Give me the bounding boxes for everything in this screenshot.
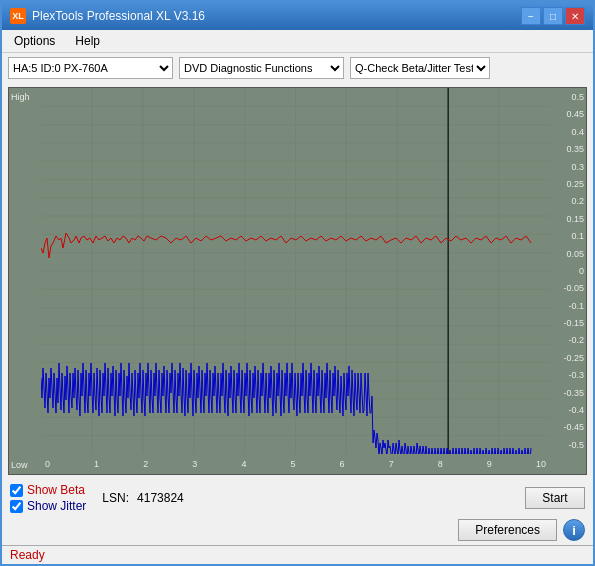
chart-inner: High Low 0.5 0.45 0.4 0.35 0.3 0.25 0.2 … <box>9 88 586 474</box>
menu-options[interactable]: Options <box>6 32 63 50</box>
function-select[interactable]: DVD Diagnostic Functions <box>179 57 344 79</box>
show-jitter-row: Show Jitter <box>10 499 86 513</box>
y-label-high: High <box>11 92 39 102</box>
lsn-info: LSN: 4173824 <box>102 491 183 505</box>
chart-area: High Low 0.5 0.45 0.4 0.35 0.3 0.25 0.2 … <box>8 87 587 475</box>
title-bar-left: XL PlexTools Professional XL V3.16 <box>10 8 205 24</box>
maximize-button[interactable]: □ <box>543 7 563 25</box>
show-jitter-checkbox[interactable] <box>10 500 23 513</box>
x-axis: 0 1 2 3 4 5 6 7 8 9 10 <box>41 454 550 474</box>
menu-help[interactable]: Help <box>67 32 108 50</box>
test-select[interactable]: Q-Check Beta/Jitter Test <box>350 57 490 79</box>
device-select[interactable]: HA:5 ID:0 PX-760A <box>8 57 173 79</box>
preferences-button[interactable]: Preferences <box>458 519 557 541</box>
status-bar: Ready <box>2 545 593 564</box>
chart-svg <box>41 88 550 454</box>
checkboxes: Show Beta Show Jitter <box>10 483 86 513</box>
info-button[interactable]: i <box>563 519 585 541</box>
title-bar: XL PlexTools Professional XL V3.16 − □ ✕ <box>2 2 593 30</box>
controls-row: Show Beta Show Jitter LSN: 4173824 Start <box>2 479 593 517</box>
window-title: PlexTools Professional XL V3.16 <box>32 9 205 23</box>
y-axis-left: High Low <box>9 88 41 474</box>
menu-bar: Options Help <box>2 30 593 53</box>
status-text: Ready <box>10 548 45 562</box>
minimize-button[interactable]: − <box>521 7 541 25</box>
preferences-row: Preferences i <box>2 517 593 545</box>
show-beta-label: Show Beta <box>27 483 85 497</box>
lsn-value: 4173824 <box>137 491 184 505</box>
show-beta-row: Show Beta <box>10 483 86 497</box>
title-bar-buttons: − □ ✕ <box>521 7 585 25</box>
show-jitter-label: Show Jitter <box>27 499 86 513</box>
y-label-low: Low <box>11 460 39 470</box>
show-beta-checkbox[interactable] <box>10 484 23 497</box>
chart-canvas <box>41 88 550 454</box>
main-window: XL PlexTools Professional XL V3.16 − □ ✕… <box>0 0 595 566</box>
start-button[interactable]: Start <box>525 487 585 509</box>
lsn-label: LSN: <box>102 491 129 505</box>
app-icon: XL <box>10 8 26 24</box>
toolbar: HA:5 ID:0 PX-760A DVD Diagnostic Functio… <box>2 53 593 83</box>
close-button[interactable]: ✕ <box>565 7 585 25</box>
y-axis-right: 0.5 0.45 0.4 0.35 0.3 0.25 0.2 0.15 0.1 … <box>550 88 586 454</box>
buttons-right: Start <box>525 487 585 509</box>
